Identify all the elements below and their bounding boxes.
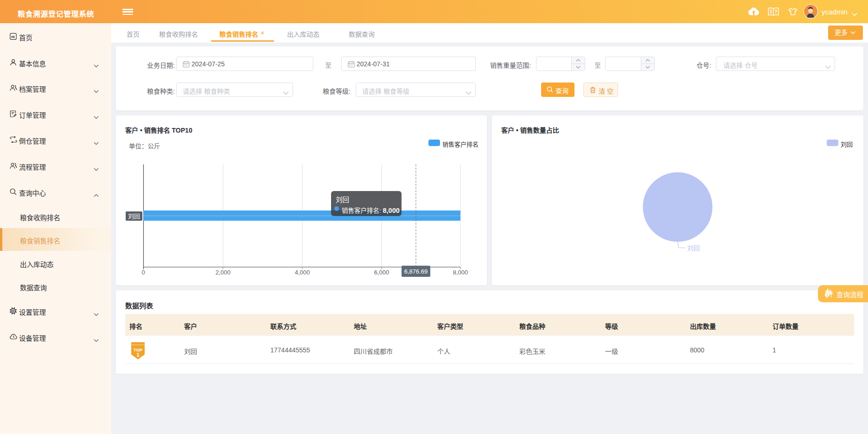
svg-text:6,876.69: 6,876.69 [404,268,428,275]
svg-text:0: 0 [141,269,145,276]
svg-text:4,000: 4,000 [295,269,310,276]
svg-text:6,000: 6,000 [374,269,389,276]
svg-text:8,000: 8,000 [453,269,468,276]
svg-text:刘回: 刘回 [128,213,140,220]
svg-text:刘回: 刘回 [687,245,700,252]
svg-text:?: ? [774,9,777,14]
svg-text:2,000: 2,000 [216,269,231,276]
svg-text:Hi: Hi [11,35,15,39]
svg-text:1: 1 [136,352,139,357]
svg-text:TOP: TOP [134,347,143,352]
